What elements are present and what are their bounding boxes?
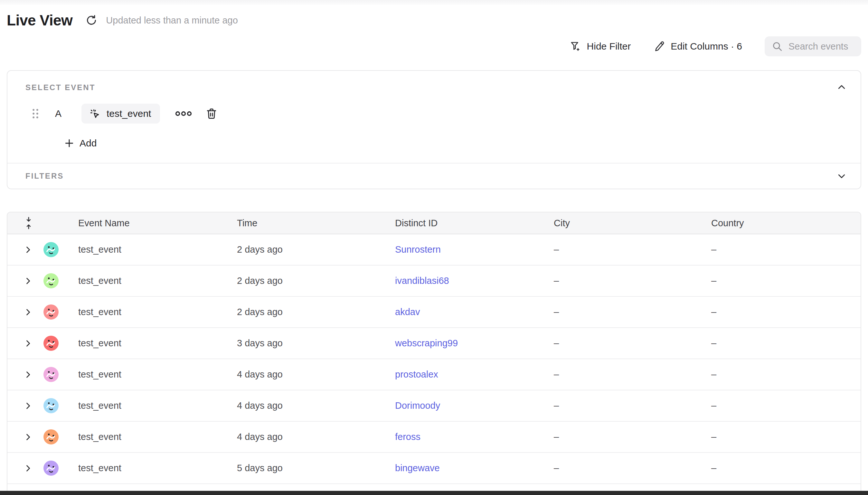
select-event-label: SELECT EVENT — [25, 83, 846, 92]
pencil-icon — [653, 40, 665, 52]
distinct-id-link[interactable]: Dorimoody — [395, 400, 440, 411]
chevron-right-icon — [23, 370, 33, 379]
cell-city: – — [554, 307, 711, 317]
page-title: Live View — [7, 12, 72, 29]
user-avatar — [44, 429, 58, 444]
cell-time: 4 days ago — [237, 400, 395, 411]
row-expand-button[interactable] — [23, 464, 33, 473]
chevron-right-icon — [23, 308, 33, 317]
event-step-row: A test_event — [25, 104, 846, 124]
distinct-id-link[interactable]: webscraping99 — [395, 338, 458, 348]
cursor-click-icon — [88, 107, 101, 120]
user-avatar — [44, 336, 58, 351]
cell-country: – — [711, 369, 861, 380]
add-event-button[interactable]: Add — [64, 138, 97, 149]
table-row: test_event 2 days ago ivandiblasi68 – – — [7, 266, 861, 297]
row-expand-button[interactable] — [23, 370, 33, 379]
refresh-button[interactable] — [85, 14, 98, 27]
cell-time: 4 days ago — [237, 369, 395, 380]
refresh-icon — [85, 14, 98, 27]
chevron-down-icon — [837, 171, 847, 181]
trash-icon — [206, 107, 217, 120]
filters-section-toggle[interactable]: FILTERS — [7, 164, 861, 189]
cell-country: – — [711, 432, 861, 442]
user-avatar — [44, 242, 58, 257]
search-input[interactable] — [788, 41, 854, 52]
add-button-label: Add — [80, 138, 97, 149]
cell-event-name: test_event — [78, 369, 237, 380]
cell-country: – — [711, 338, 861, 348]
column-header-distinct-id: Distinct ID — [395, 218, 554, 228]
table-header-row: Event Name Time Distinct ID City Country — [7, 212, 861, 234]
step-letter: A — [55, 108, 62, 119]
collapse-section-button[interactable] — [837, 82, 847, 92]
row-expand-button[interactable] — [23, 308, 33, 317]
row-expand-button[interactable] — [23, 432, 33, 442]
hide-filter-button[interactable]: Hide Filter — [569, 40, 631, 52]
search-icon — [772, 41, 783, 52]
cell-time: 5 days ago — [237, 463, 395, 474]
cell-time: 2 days ago — [237, 275, 395, 286]
select-event-section: SELECT EVENT — [7, 71, 861, 163]
event-selector-chip[interactable]: test_event — [82, 104, 160, 124]
column-header-time: Time — [237, 218, 395, 228]
cell-event-name: test_event — [78, 338, 237, 348]
chevron-right-icon — [23, 402, 33, 410]
search-box — [765, 36, 861, 56]
cell-city: – — [554, 244, 711, 255]
user-avatar — [44, 273, 58, 288]
distinct-id-link[interactable]: Sunrostern — [395, 244, 441, 255]
table-row: test_event 2 days ago akdav – – — [7, 297, 861, 328]
distinct-id-link[interactable]: ivandiblasi68 — [395, 275, 449, 286]
row-expand-button[interactable] — [23, 276, 33, 286]
filter-plus-icon — [569, 40, 581, 52]
toolbar: Hide Filter Edit Columns · 6 — [7, 36, 861, 57]
edit-columns-label: Edit Columns · 6 — [671, 41, 742, 52]
user-avatar — [44, 398, 58, 413]
page-header: Live View Updated less than a minute ago — [7, 12, 861, 29]
drag-handle[interactable] — [31, 107, 40, 120]
row-expand-button[interactable] — [23, 402, 33, 410]
cell-city: – — [554, 338, 711, 348]
distinct-id-link[interactable]: feross — [395, 432, 421, 442]
cell-city: – — [554, 432, 711, 442]
cell-country: – — [711, 400, 861, 411]
updated-timestamp: Updated less than a minute ago — [106, 15, 238, 26]
user-avatar — [44, 461, 58, 476]
drag-handle-icon — [31, 107, 40, 120]
cell-time: 4 days ago — [237, 432, 395, 442]
chevron-right-icon — [23, 464, 33, 473]
table-row: test_event 2 days ago Sunrostern – – — [7, 234, 861, 266]
distinct-id-link[interactable]: bingewave — [395, 463, 440, 473]
distinct-id-link[interactable]: prostoalex — [395, 369, 438, 379]
distinct-id-link[interactable]: akdav — [395, 307, 420, 317]
row-expand-button[interactable] — [23, 245, 33, 254]
chevron-right-icon — [23, 245, 33, 254]
table-row: test_event 5 days ago bingewave – – — [7, 453, 861, 484]
cell-event-name: test_event — [78, 432, 237, 442]
edit-columns-button[interactable]: Edit Columns · 6 — [653, 40, 742, 52]
bottom-edge-bar — [0, 491, 868, 495]
event-options-button[interactable] — [175, 110, 192, 118]
column-header-event-name: Event Name — [78, 218, 237, 228]
cell-event-name: test_event — [78, 463, 237, 474]
events-table: Event Name Time Distinct ID City Country — [7, 212, 861, 495]
collapse-vertical-icon — [23, 217, 34, 229]
cell-city: – — [554, 400, 711, 411]
cell-city: – — [554, 463, 711, 474]
cell-country: – — [711, 275, 861, 286]
cell-time: 2 days ago — [237, 307, 395, 317]
filters-label: FILTERS — [25, 172, 64, 181]
column-header-country: Country — [711, 218, 861, 228]
table-row: test_event 4 days ago Dorimoody – – — [7, 390, 861, 422]
collapse-all-rows-button[interactable] — [23, 217, 34, 229]
chevron-right-icon — [23, 339, 33, 348]
row-expand-button[interactable] — [23, 339, 33, 348]
chevron-up-icon — [837, 82, 847, 92]
cell-city: – — [554, 369, 711, 380]
cell-country: – — [711, 463, 861, 474]
cell-time: 2 days ago — [237, 244, 395, 255]
delete-event-button[interactable] — [206, 107, 217, 120]
plus-icon — [64, 138, 74, 148]
chevron-right-icon — [23, 432, 33, 442]
